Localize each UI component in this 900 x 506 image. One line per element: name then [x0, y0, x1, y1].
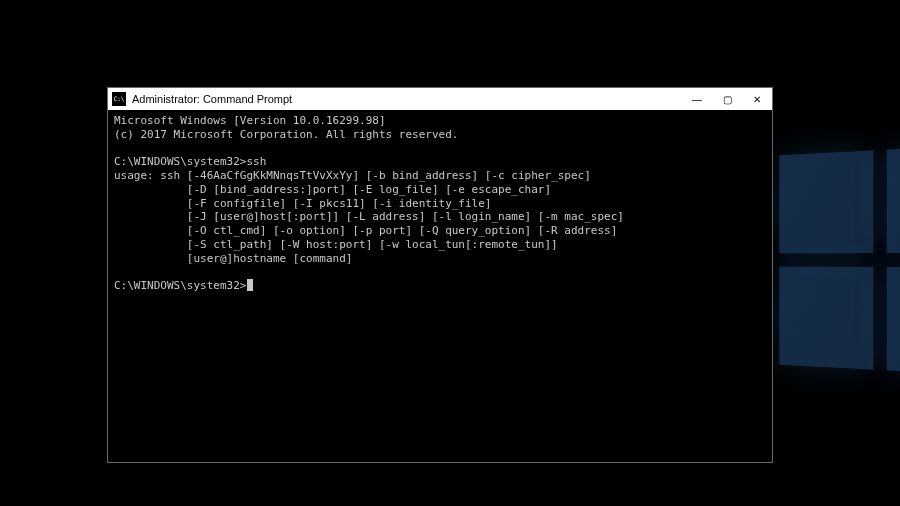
window-title: Administrator: Command Prompt: [132, 93, 292, 105]
cmd-icon: [112, 92, 126, 106]
banner-line: Microsoft Windows [Version 10.0.16299.98…: [114, 114, 386, 127]
terminal-output[interactable]: Microsoft Windows [Version 10.0.16299.98…: [108, 110, 772, 462]
windows-logo-backdrop: [779, 144, 900, 376]
titlebar[interactable]: Administrator: Command Prompt — ▢ ✕: [108, 88, 772, 110]
usage-line: [-D [bind_address:]port] [-E log_file] […: [114, 183, 551, 196]
usage-line: usage: ssh [-46AaCfGgKkMNnqsTtVvXxYy] [-…: [114, 169, 591, 182]
prompt: C:\WINDOWS\system32>: [114, 279, 246, 292]
banner-line: (c) 2017 Microsoft Corporation. All righ…: [114, 128, 458, 141]
usage-line: [user@]hostname [command]: [114, 252, 352, 265]
usage-line: [-J [user@]host[:port]] [-L address] [-l…: [114, 210, 624, 223]
prompt: C:\WINDOWS\system32>: [114, 155, 246, 168]
maximize-button[interactable]: ▢: [712, 88, 742, 110]
usage-line: [-F configfile] [-I pkcs11] [-i identity…: [114, 197, 492, 210]
close-button[interactable]: ✕: [742, 88, 772, 110]
usage-line: [-S ctl_path] [-W host:port] [-w local_t…: [114, 238, 558, 251]
minimize-button[interactable]: —: [682, 88, 712, 110]
command-prompt-window: Administrator: Command Prompt — ▢ ✕ Micr…: [108, 88, 772, 462]
usage-line: [-O ctl_cmd] [-o option] [-p port] [-Q q…: [114, 224, 617, 237]
text-cursor: [247, 279, 253, 291]
entered-command: ssh: [246, 155, 266, 168]
